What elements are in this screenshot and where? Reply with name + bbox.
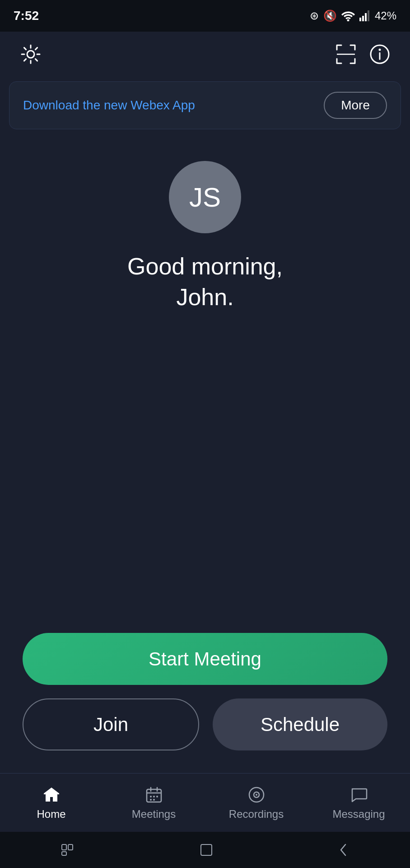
status-icons: ⊛ 🔇 42% — [310, 9, 396, 22]
top-bar — [0, 32, 410, 77]
avatar: JS — [169, 161, 241, 233]
bottom-nav: Home Meetings Recordings — [0, 773, 410, 832]
join-button[interactable]: Join — [23, 698, 199, 750]
recordings-icon — [247, 785, 266, 804]
svg-rect-22 — [62, 844, 66, 850]
bluetooth-icon: ⊛ — [310, 9, 319, 22]
start-meeting-button[interactable]: Start Meeting — [23, 633, 387, 685]
volume-icon: 🔇 — [323, 9, 337, 22]
nav-item-messaging[interactable]: Messaging — [308, 785, 410, 821]
messaging-icon — [349, 785, 368, 804]
svg-rect-4 — [368, 10, 369, 21]
battery-indicator: 42% — [375, 9, 396, 22]
svg-rect-25 — [201, 844, 212, 855]
info-icon[interactable] — [367, 42, 392, 67]
action-buttons: Start Meeting Join Schedule — [0, 633, 410, 750]
secondary-buttons: Join Schedule — [23, 698, 387, 750]
wifi-icon — [341, 10, 355, 21]
scan-icon[interactable] — [333, 42, 358, 67]
svg-rect-23 — [68, 844, 73, 850]
nav-label-meetings: Meetings — [132, 808, 176, 821]
meetings-icon — [144, 785, 163, 804]
greeting: Good morning, John. — [127, 251, 283, 312]
schedule-button[interactable]: Schedule — [213, 698, 387, 750]
svg-point-15 — [153, 796, 155, 797]
svg-rect-2 — [362, 16, 364, 21]
home-icon — [42, 785, 61, 804]
svg-point-9 — [378, 49, 381, 51]
svg-point-21 — [256, 794, 257, 796]
svg-rect-24 — [62, 852, 66, 855]
svg-point-5 — [27, 51, 34, 58]
download-banner: Download the new Webex App More — [9, 81, 401, 129]
status-time: 7:52 — [14, 9, 39, 23]
svg-rect-1 — [359, 18, 361, 21]
nav-label-messaging: Messaging — [332, 808, 385, 821]
android-back-button[interactable] — [336, 842, 349, 858]
svg-point-16 — [156, 796, 158, 797]
android-nav-bar — [0, 832, 410, 868]
android-recents-button[interactable] — [61, 844, 76, 856]
android-home-button[interactable] — [199, 842, 214, 858]
signal-icon — [359, 10, 370, 21]
nav-label-home: Home — [37, 808, 65, 821]
settings-icon[interactable] — [18, 42, 43, 67]
nav-label-recordings: Recordings — [229, 808, 284, 821]
status-bar: 7:52 ⊛ 🔇 42% — [0, 0, 410, 32]
top-right-icons — [333, 42, 392, 67]
svg-point-17 — [150, 799, 152, 801]
svg-point-14 — [150, 796, 152, 797]
main-content: JS Good morning, John. — [0, 134, 410, 312]
svg-point-0 — [347, 19, 349, 22]
banner-text: Download the new Webex App — [23, 98, 195, 113]
greeting-line2: John. — [176, 284, 233, 310]
svg-point-18 — [153, 799, 155, 801]
nav-item-home[interactable]: Home — [0, 785, 102, 821]
more-button[interactable]: More — [324, 92, 387, 119]
greeting-line1: Good morning, — [127, 253, 283, 279]
nav-item-recordings[interactable]: Recordings — [205, 785, 308, 821]
svg-rect-3 — [365, 13, 367, 21]
nav-item-meetings[interactable]: Meetings — [102, 785, 205, 821]
